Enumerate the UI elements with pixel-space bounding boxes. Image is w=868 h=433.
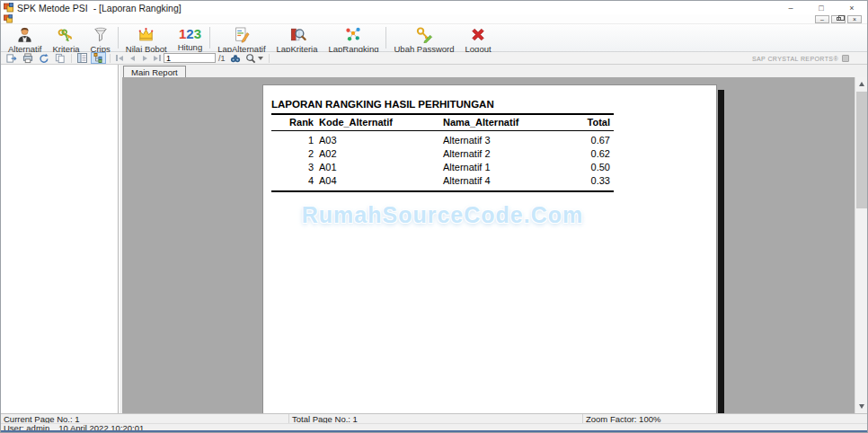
app-window: SPK Metode PSI - [Laporan Rangking] – □ …: [0, 0, 868, 433]
column-header-kode: Kode_Alternatif: [314, 117, 443, 128]
main-report-tab[interactable]: Main Report: [123, 66, 186, 77]
mdi-close-button[interactable]: ×: [847, 15, 862, 23]
copy-icon: [55, 53, 66, 64]
cell-nama: Alternatif 3: [443, 135, 542, 146]
print-icon: [22, 53, 33, 64]
cell-rank: 4: [271, 175, 314, 186]
key-pencil-icon: [415, 26, 433, 43]
toolbar-separator: [71, 54, 72, 63]
find-button[interactable]: [228, 52, 244, 64]
cell-total: 0.62: [542, 148, 614, 159]
main-toolbar: Alternatif Kriteria: [1, 24, 867, 52]
copy-button[interactable]: [52, 52, 67, 64]
cell-kode: A01: [314, 162, 443, 172]
crips-button[interactable]: Crips: [85, 25, 116, 50]
cell-kode: A02: [314, 148, 443, 159]
mdi-restore-button[interactable]: [831, 15, 846, 23]
cell-total: 0.50: [542, 162, 614, 172]
logout-button[interactable]: Logout: [460, 25, 497, 50]
sap-crystal-reports-branding: SAP CRYSTAL REPORTS®: [752, 55, 849, 62]
current-page-panel: Current Page No.: 1: [1, 414, 289, 423]
lap-alternatif-button[interactable]: LapAlternatif: [212, 25, 270, 50]
zoom-factor-panel: Zoom Factor: 100%: [583, 414, 867, 423]
table-row: 4 A04 Alternatif 4 0.33: [271, 173, 614, 187]
table-row: 1 A03 Alternatif 3 0.67: [271, 133, 614, 146]
page-number-input[interactable]: [164, 53, 216, 63]
report-document-icon: [233, 26, 251, 43]
report-page: LAPORAN RANGKING HASIL PERHITUNGAN Rank …: [262, 84, 717, 413]
table-row: 3 A01 Alternatif 1 0.50: [271, 160, 614, 173]
page-shadow: [718, 90, 724, 413]
lap-kriteria-button[interactable]: LapKriteria: [271, 25, 323, 50]
person-icon: [16, 26, 33, 43]
title-bar: SPK Metode PSI - [Laporan Rangking] – □ …: [1, 1, 867, 14]
cell-rank: 2: [271, 148, 314, 159]
vertical-scrollbar[interactable]: [855, 77, 867, 413]
report-page-area: LAPORAN RANGKING HASIL PERHITUNGAN Rank …: [122, 77, 867, 413]
next-page-icon: [143, 56, 147, 61]
toolbar-separator: [385, 27, 386, 49]
cell-kode: A04: [314, 175, 443, 186]
parameter-panel-icon: [77, 53, 87, 63]
hitung-button[interactable]: 123 Hitung: [173, 25, 208, 50]
total-page-panel: Total Page No.: 1: [289, 414, 583, 423]
report-viewer-toolbar: /1: [1, 52, 867, 65]
scroll-up-button[interactable]: [855, 77, 867, 91]
window-title: SPK Metode PSI - [Laporan Rangking]: [17, 3, 182, 13]
nilai-bobot-button[interactable]: Nilai Bobot: [120, 25, 173, 50]
scroll-down-button[interactable]: [855, 400, 867, 413]
last-page-button[interactable]: [151, 52, 164, 64]
report-tab-strip: Main Report: [122, 65, 867, 77]
cell-total: 0.33: [542, 175, 614, 186]
table-bottom-line: [271, 190, 614, 192]
report-viewer: Main Report LAPORAN RANGKING HASIL PERHI…: [122, 65, 867, 413]
lap-rangking-button[interactable]: LapRangking: [323, 25, 384, 50]
cell-kode: A03: [314, 135, 443, 146]
minimize-button[interactable]: –: [775, 1, 806, 14]
group-tree-icon: [93, 53, 103, 63]
column-header-nama: Nama_Alternatif: [443, 117, 542, 128]
table-row: 2 A02 Alternatif 2 0.62: [271, 146, 614, 160]
arrow-down-icon: [859, 404, 864, 409]
maximize-button[interactable]: □: [806, 1, 837, 14]
zoom-button[interactable]: [244, 52, 265, 64]
toolbar-label: Hitung: [178, 42, 202, 52]
report-title: LAPORAN RANGKING HASIL PERHITUNGAN: [271, 99, 614, 110]
ubah-password-button[interactable]: Ubah Password: [388, 25, 459, 50]
scatter-graph-icon: [344, 26, 362, 43]
first-page-button[interactable]: [113, 52, 126, 64]
kriteria-button[interactable]: Kriteria: [48, 25, 85, 50]
cell-nama: Alternatif 2: [443, 148, 542, 159]
toggle-parameter-panel-button[interactable]: [75, 52, 90, 64]
cell-total: 0.67: [542, 135, 614, 146]
column-header-rank: Rank: [271, 117, 314, 128]
window-bottom-border: [1, 430, 867, 432]
red-x-icon: [469, 26, 487, 43]
minimize-icon: –: [788, 4, 793, 13]
table-header-row: Rank Kode_Alternatif Nama_Alternatif Tot…: [271, 115, 614, 130]
toolbar-separator: [209, 27, 210, 49]
alternatif-button[interactable]: Alternatif: [3, 25, 48, 50]
mdi-minimize-button[interactable]: –: [815, 15, 829, 23]
crown-icon: [137, 26, 155, 43]
close-button[interactable]: ×: [837, 1, 867, 14]
scrollbar-thumb[interactable]: [856, 92, 867, 208]
mdi-close-icon: ×: [853, 16, 856, 22]
column-header-total: Total: [542, 117, 614, 128]
refresh-icon: [39, 53, 49, 64]
mdi-minimize-icon: –: [820, 16, 824, 22]
previous-page-icon: [130, 56, 135, 61]
previous-page-button[interactable]: [126, 52, 138, 64]
print-button[interactable]: [20, 52, 35, 64]
export-icon: [6, 53, 17, 64]
numbers-123-icon: 123: [179, 26, 201, 41]
next-page-button[interactable]: [138, 52, 151, 64]
export-button[interactable]: [4, 52, 19, 64]
toolbar-separator: [118, 27, 119, 49]
viewer-status-bar: Current Page No.: 1 Total Page No.: 1 Zo…: [1, 413, 867, 423]
maximize-icon: □: [819, 4, 823, 13]
refresh-button[interactable]: [36, 52, 51, 64]
close-icon: ×: [849, 4, 854, 13]
toggle-group-tree-button[interactable]: [91, 52, 106, 64]
cell-nama: Alternatif 1: [443, 162, 542, 172]
